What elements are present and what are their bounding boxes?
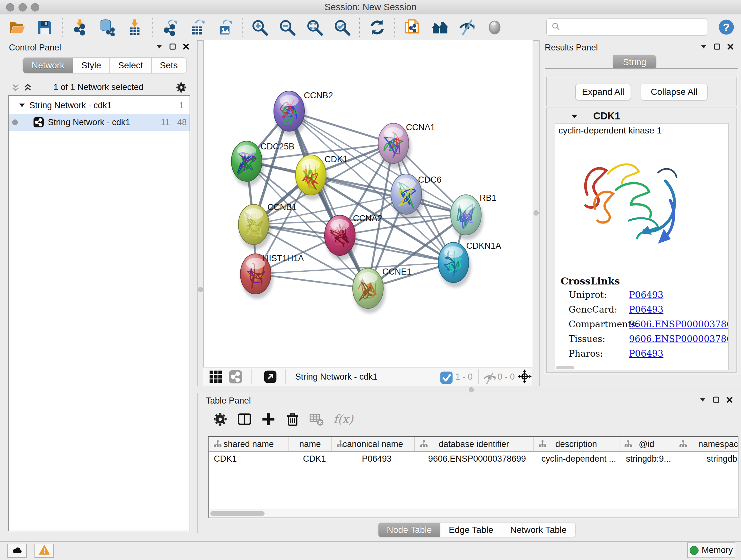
home-button[interactable] xyxy=(431,18,449,37)
crosslink-link[interactable]: P06493 xyxy=(629,304,664,315)
search-box[interactable] xyxy=(546,18,707,36)
node-CCNB1[interactable]: CCNB1 xyxy=(239,202,297,249)
import-table-button[interactable] xyxy=(126,18,144,37)
tab-edge-table[interactable]: Edge Table xyxy=(441,523,502,537)
search-input[interactable] xyxy=(563,22,707,33)
expand-all-button[interactable]: Expand All xyxy=(576,84,631,100)
tab-sets[interactable]: Sets xyxy=(151,57,186,73)
protein-structure-image xyxy=(568,143,686,255)
column-header-databaseidentifier[interactable]: database identifier xyxy=(415,437,534,451)
export-network-button[interactable] xyxy=(161,18,179,37)
show-columns-icon[interactable] xyxy=(237,412,252,427)
detach-view-icon[interactable] xyxy=(263,370,277,384)
birds-eye-crosshair-icon[interactable] xyxy=(518,369,532,383)
crosslink-link[interactable]: P06493 xyxy=(629,290,664,300)
panel-float-icon[interactable] xyxy=(712,395,721,404)
tab-network[interactable]: Network xyxy=(23,57,73,73)
panel-collapse-icon[interactable] xyxy=(155,42,164,51)
cloud-button[interactable] xyxy=(7,544,27,558)
horizontal-splitter-handle[interactable] xyxy=(469,387,474,392)
tab-network-table[interactable]: Network Table xyxy=(502,523,576,537)
import-database-button[interactable] xyxy=(98,18,116,37)
warnings-button[interactable] xyxy=(35,544,54,558)
tab-node-table[interactable]: Node Table xyxy=(378,523,441,537)
network-row-selected[interactable]: String Network - cdk1 11 48 xyxy=(9,114,190,131)
node-CCNB2[interactable]: CCNB2 xyxy=(274,91,333,136)
column-header-id[interactable]: @id xyxy=(619,437,674,451)
table-row[interactable]: CDK1CDK1P064939606.ENSP00000378699cyclin… xyxy=(209,452,738,466)
string-results-box: Expand All Collapse All CDK1 cyclin-depe… xyxy=(545,68,738,374)
panel-close-icon[interactable] xyxy=(725,395,734,404)
network-options-gear-icon[interactable] xyxy=(176,82,187,93)
node-CDC25B[interactable]: CDC25B xyxy=(231,141,294,186)
column-header-name[interactable]: name xyxy=(289,437,332,451)
hide-panels-button[interactable] xyxy=(458,18,476,37)
tab-select[interactable]: Select xyxy=(110,57,151,73)
table-settings-gear-icon[interactable] xyxy=(213,412,227,427)
right-splitter-handle[interactable] xyxy=(534,210,539,215)
panel-close-icon[interactable] xyxy=(182,42,191,51)
panel-float-icon[interactable] xyxy=(713,42,722,51)
node-CCNA1[interactable]: CCNA1 xyxy=(378,123,435,168)
open-session-button[interactable] xyxy=(8,18,26,37)
zoom-selected-button[interactable] xyxy=(333,18,351,37)
selected-checkbox-icon[interactable] xyxy=(440,371,452,383)
horizontal-splitter[interactable] xyxy=(197,386,741,393)
panel-float-icon[interactable] xyxy=(168,42,177,51)
panel-collapse-icon[interactable] xyxy=(699,42,708,51)
results-scrollbar-thumb[interactable] xyxy=(556,366,575,369)
shared-column-tree-icon xyxy=(538,440,547,449)
show-panel-button[interactable] xyxy=(486,18,503,37)
panel-close-icon[interactable] xyxy=(726,42,735,51)
collection-disclosure-icon[interactable] xyxy=(18,101,26,110)
gene-details: cyclin-dependent kinase 1 CrossLinks xyxy=(555,123,729,370)
table-scrollbar-thumb[interactable] xyxy=(210,511,265,516)
copy-network-button[interactable] xyxy=(403,18,421,37)
column-label: database identifier xyxy=(439,439,509,449)
toolbar-group xyxy=(0,18,62,37)
zoom-out-button[interactable] xyxy=(278,18,296,37)
string-view-icon[interactable] xyxy=(228,370,243,384)
network-canvas[interactable]: CCNB2CCNA1CDC25BCDK1CDC6RB1CCNB1CCNA2CDK… xyxy=(204,40,533,367)
table-scrollbar[interactable] xyxy=(209,509,738,517)
column-header-canonicalname[interactable]: canonical name xyxy=(332,437,415,451)
panel-collapse-icon[interactable] xyxy=(698,395,707,404)
column-label: canonical name xyxy=(343,439,403,449)
export-image-button[interactable] xyxy=(216,18,233,37)
export-table-button[interactable] xyxy=(188,18,206,37)
help-button[interactable]: ? xyxy=(718,19,735,36)
crosslink-link[interactable]: P06493 xyxy=(629,348,664,359)
save-session-button[interactable] xyxy=(36,18,54,37)
gene-section-header[interactable]: CDK1 xyxy=(547,108,736,123)
node-RB1[interactable]: RB1 xyxy=(451,193,496,240)
tab-string[interactable]: String xyxy=(613,55,656,69)
memory-label: Memory xyxy=(702,545,733,555)
memory-button[interactable]: Memory xyxy=(687,543,735,558)
import-network-button[interactable] xyxy=(71,18,89,37)
column-header-sharedname[interactable]: shared name xyxy=(209,437,289,451)
gene-section: CDK1 cyclin-dependent kinase 1 xyxy=(546,108,737,373)
add-column-icon[interactable] xyxy=(261,412,276,427)
crosslink-link[interactable]: 9606.ENSP00000378699 xyxy=(629,319,729,329)
results-panel: Results Panel String Expand All Collapse… xyxy=(539,40,741,393)
network-collection-row[interactable]: String Network - cdk1 1 xyxy=(9,97,190,114)
table-toolbar: f(x) xyxy=(198,408,741,431)
collapse-all-button[interactable]: Collapse All xyxy=(641,84,708,100)
crosslink-link[interactable]: 9606.ENSP00000378699 xyxy=(629,334,729,344)
zoom-fit-button[interactable] xyxy=(306,18,324,37)
refresh-button[interactable] xyxy=(368,18,386,37)
gene-disclosure-icon[interactable] xyxy=(570,112,579,121)
node-HIST1H1A[interactable]: HIST1H1A xyxy=(240,253,304,299)
table-cell: P06493 xyxy=(335,452,418,466)
node-CCNE1[interactable]: CCNE1 xyxy=(353,267,412,313)
tab-style[interactable]: Style xyxy=(73,57,110,73)
column-header-description[interactable]: description xyxy=(534,437,619,451)
grid-view-icon[interactable] xyxy=(209,370,223,384)
collection-count: 1 xyxy=(179,101,184,111)
delete-column-icon[interactable] xyxy=(285,412,300,427)
left-splitter-handle[interactable] xyxy=(198,287,203,292)
table-cell: cyclin-dependent ... xyxy=(536,452,621,466)
column-header-namespace[interactable]: namespace xyxy=(674,437,738,451)
zoom-in-button[interactable] xyxy=(251,18,269,37)
node-CDKN1A[interactable]: CDKN1A xyxy=(438,241,501,287)
